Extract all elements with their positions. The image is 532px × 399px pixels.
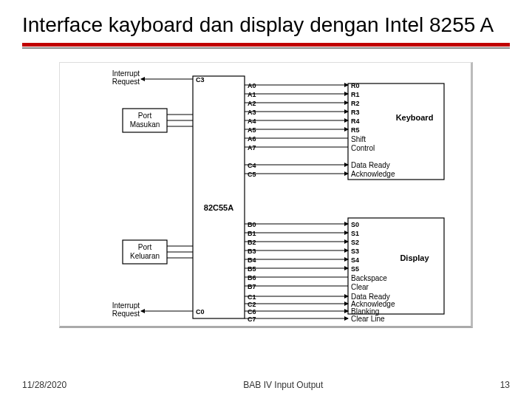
svg-text:C1: C1 xyxy=(248,293,256,301)
svg-text:C5: C5 xyxy=(248,171,256,178)
svg-text:Masukan: Masukan xyxy=(130,120,160,129)
svg-text:S4: S4 xyxy=(351,256,359,264)
svg-text:Keluaran: Keluaran xyxy=(130,252,160,260)
svg-text:Shift: Shift xyxy=(351,135,366,143)
svg-text:R3: R3 xyxy=(351,109,360,116)
svg-text:Request: Request xyxy=(112,78,140,86)
svg-text:S3: S3 xyxy=(351,248,359,255)
svg-text:Data Ready: Data Ready xyxy=(351,161,390,169)
svg-text:A1: A1 xyxy=(248,91,256,98)
svg-text:C2: C2 xyxy=(248,301,256,308)
slide-title: Interface kayboard dan display dengan In… xyxy=(22,13,510,37)
svg-text:Clear: Clear xyxy=(351,283,369,291)
svg-text:C3: C3 xyxy=(196,76,205,83)
svg-text:Interrupt: Interrupt xyxy=(112,301,140,310)
footer-page: 13 xyxy=(500,380,510,390)
svg-text:Acknowledge: Acknowledge xyxy=(351,170,395,178)
svg-text:Port: Port xyxy=(138,112,152,120)
svg-text:Keyboard: Keyboard xyxy=(396,113,434,122)
slide-footer: 11/28/2020 BAB IV Input Output 13 xyxy=(22,380,510,390)
svg-text:A5: A5 xyxy=(248,126,256,134)
svg-text:S0: S0 xyxy=(351,221,359,228)
svg-text:B1: B1 xyxy=(248,230,256,237)
svg-text:R1: R1 xyxy=(351,91,360,98)
svg-text:S2: S2 xyxy=(351,239,359,246)
svg-text:Port: Port xyxy=(138,243,152,251)
svg-text:A4: A4 xyxy=(248,117,256,125)
svg-text:B2: B2 xyxy=(248,239,256,246)
svg-text:Request: Request xyxy=(112,310,140,318)
svg-text:B0: B0 xyxy=(248,221,256,228)
svg-text:S5: S5 xyxy=(351,265,359,273)
svg-text:Clear Line: Clear Line xyxy=(351,315,385,323)
svg-text:Backspace: Backspace xyxy=(351,274,387,282)
svg-text:A7: A7 xyxy=(248,144,256,151)
svg-text:B6: B6 xyxy=(248,274,256,282)
svg-text:Display: Display xyxy=(400,253,429,262)
svg-text:R2: R2 xyxy=(351,100,360,107)
svg-text:R5: R5 xyxy=(351,126,360,134)
svg-text:B4: B4 xyxy=(248,256,256,264)
svg-text:A0: A0 xyxy=(248,82,256,89)
title-underline-red xyxy=(22,43,510,47)
footer-center: BAB IV Input Output xyxy=(243,380,323,390)
svg-text:C4: C4 xyxy=(248,162,256,169)
svg-text:B3: B3 xyxy=(248,248,256,255)
svg-text:A3: A3 xyxy=(248,109,256,116)
svg-text:Interrupt: Interrupt xyxy=(112,69,140,78)
svg-text:R4: R4 xyxy=(351,117,360,125)
svg-rect-0 xyxy=(193,76,245,318)
svg-text:R0: R0 xyxy=(351,82,360,89)
svg-text:C6: C6 xyxy=(248,308,256,316)
svg-text:C7: C7 xyxy=(248,316,256,323)
svg-text:S1: S1 xyxy=(351,230,359,237)
svg-text:Control: Control xyxy=(351,144,375,152)
svg-text:C0: C0 xyxy=(196,308,205,316)
svg-text:B5: B5 xyxy=(248,265,256,273)
chip-label: 82C55A xyxy=(204,203,233,212)
svg-text:A2: A2 xyxy=(248,100,256,107)
footer-date: 11/28/2020 xyxy=(22,380,66,390)
svg-text:B7: B7 xyxy=(248,283,256,290)
b-pins: B0 B1 B2 B3 B4 B5 B6 B7 xyxy=(248,221,256,290)
svg-text:A6: A6 xyxy=(248,135,256,143)
diagram-figure: 82C55A Port Masukan Port Keluaran Keyboa… xyxy=(59,62,473,328)
a-pins: A0 A1 A2 A3 A4 A5 A6 A7 xyxy=(248,82,256,151)
title-underline-grey xyxy=(22,47,510,49)
